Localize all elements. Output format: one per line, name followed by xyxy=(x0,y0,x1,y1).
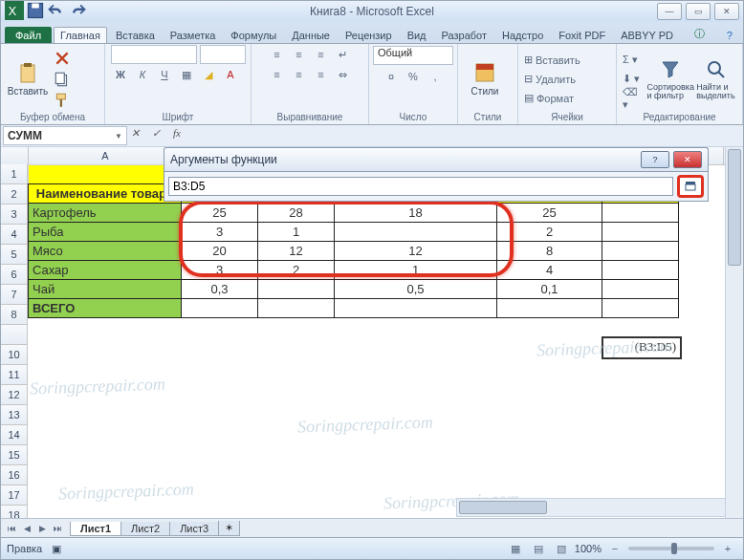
sheet-tab-3[interactable]: Лист3 xyxy=(169,522,219,536)
cell-A4[interactable]: Рыба xyxy=(29,223,182,242)
row-4[interactable]: 4 xyxy=(1,225,28,245)
tab-nav-next-icon[interactable]: ▶ xyxy=(35,522,49,535)
cell-E5[interactable]: 8 xyxy=(497,242,602,261)
cells-delete-button[interactable]: ⊟Удалить xyxy=(524,71,610,88)
tab-formulas[interactable]: Формулы xyxy=(224,27,283,43)
tab-review[interactable]: Рецензир xyxy=(339,27,399,43)
view-layout-icon[interactable]: ▤ xyxy=(529,539,548,558)
close-button[interactable]: ✕ xyxy=(714,3,739,20)
cell-C5[interactable]: 12 xyxy=(258,242,335,261)
align-top-icon[interactable]: ≡ xyxy=(268,45,287,64)
clear-icon[interactable]: ⌫ ▾ xyxy=(623,90,646,107)
redo-icon[interactable] xyxy=(68,3,87,18)
expand-dialog-button[interactable] xyxy=(677,175,704,198)
cell-D5[interactable]: 12 xyxy=(335,242,497,261)
name-box[interactable]: СУММ ▼ xyxy=(3,126,127,145)
row-5[interactable]: 5 xyxy=(1,245,28,265)
underline-button[interactable]: Ч xyxy=(155,65,174,84)
new-sheet-button[interactable]: ✶ xyxy=(218,521,240,536)
cell-F3[interactable] xyxy=(602,204,679,223)
cell-E8[interactable] xyxy=(497,299,602,318)
cell-F7[interactable] xyxy=(602,280,679,299)
row-6[interactable]: 6 xyxy=(1,265,28,285)
fx-icon[interactable]: fx xyxy=(173,127,190,144)
zoom-slider-thumb[interactable] xyxy=(671,543,677,554)
horizontal-scrollbar[interactable] xyxy=(456,498,726,517)
tab-foxit[interactable]: Foxit PDF xyxy=(552,27,612,43)
cell-C6[interactable]: 2 xyxy=(258,261,335,280)
sort-filter-button[interactable]: Сортировка и фильтр xyxy=(649,50,691,109)
enter-formula-icon[interactable]: ✓ xyxy=(152,127,169,144)
cell-B5[interactable]: 20 xyxy=(182,242,258,261)
row-2[interactable]: 2 xyxy=(1,184,28,205)
merge-icon[interactable]: ⇔ xyxy=(334,65,353,84)
undo-icon[interactable] xyxy=(47,3,66,18)
row-3[interactable]: 3 xyxy=(1,205,28,225)
bold-button[interactable]: Ж xyxy=(111,65,130,84)
col-A[interactable]: A xyxy=(29,147,183,164)
cell-F6[interactable] xyxy=(602,261,679,280)
font-size-box[interactable] xyxy=(200,45,246,64)
vscroll-thumb[interactable] xyxy=(728,149,741,266)
cell-A8[interactable]: ВСЕГО xyxy=(29,299,182,318)
autosum-icon[interactable]: Σ ▾ xyxy=(623,52,646,69)
cell-F5[interactable] xyxy=(602,242,679,261)
percent-icon[interactable]: % xyxy=(404,67,423,86)
cells-format-button[interactable]: ▤Формат xyxy=(524,90,610,107)
row-13[interactable]: 13 xyxy=(1,405,28,425)
tab-nav-last-icon[interactable]: ⏭ xyxy=(51,522,64,535)
row-12[interactable]: 12 xyxy=(1,385,28,405)
cell-C7[interactable] xyxy=(258,280,335,299)
cell-D6[interactable]: 1 xyxy=(335,261,497,280)
vertical-scrollbar[interactable] xyxy=(725,147,743,518)
maximize-button[interactable]: ▭ xyxy=(686,3,711,20)
row-15[interactable]: 15 xyxy=(1,445,28,465)
dialog-help-button[interactable]: ? xyxy=(641,151,669,168)
wrap-text-icon[interactable]: ↵ xyxy=(334,45,353,64)
save-icon[interactable] xyxy=(26,3,45,18)
tab-file[interactable]: Файл xyxy=(5,27,52,43)
cell-A1[interactable] xyxy=(29,165,182,184)
cell-B7[interactable]: 0,3 xyxy=(182,280,258,299)
format-painter-icon[interactable] xyxy=(53,91,72,110)
cell-C4[interactable]: 1 xyxy=(258,223,335,242)
cell-A3[interactable]: Картофель xyxy=(29,204,182,223)
ribbon-help-icon[interactable]: ? xyxy=(720,27,739,43)
currency-icon[interactable]: ¤ xyxy=(382,67,401,86)
paste-button[interactable]: Вставить xyxy=(7,50,49,109)
row-7[interactable]: 7 xyxy=(1,285,28,305)
macro-record-icon[interactable]: ▣ xyxy=(52,543,61,555)
cell-D8[interactable] xyxy=(335,299,497,318)
cell-B3[interactable]: 25 xyxy=(182,204,258,223)
cell-C8[interactable] xyxy=(258,299,335,318)
cell-A7[interactable]: Чай xyxy=(29,280,182,299)
tab-addins[interactable]: Надстро xyxy=(495,27,550,43)
cell-F8[interactable] xyxy=(602,299,679,318)
cells-insert-button[interactable]: ⊞Вставить xyxy=(524,52,610,69)
view-normal-icon[interactable]: ▦ xyxy=(506,539,525,558)
italic-button[interactable]: К xyxy=(133,65,152,84)
worksheet-grid[interactable]: Аргументы функции ? ✕ A B C D E F G xyxy=(1,147,743,518)
cell-D3[interactable]: 18 xyxy=(335,204,497,223)
cell-E3[interactable]: 25 xyxy=(497,204,602,223)
tab-data[interactable]: Данные xyxy=(285,27,337,43)
styles-button[interactable]: Стили xyxy=(464,50,506,109)
align-right-icon[interactable]: ≡ xyxy=(312,65,331,84)
fill-color-icon[interactable]: ◢ xyxy=(199,65,218,84)
copy-icon[interactable] xyxy=(53,70,72,89)
cell-E7[interactable]: 0,1 xyxy=(497,280,602,299)
cut-icon[interactable] xyxy=(53,49,72,68)
find-select-button[interactable]: Найти и выделить xyxy=(695,50,736,109)
row-1[interactable]: 1 xyxy=(1,164,28,184)
row-14[interactable]: 14 xyxy=(1,425,28,445)
comma-icon[interactable]: , xyxy=(426,67,445,86)
font-name-box[interactable] xyxy=(111,45,197,64)
tab-nav-prev-icon[interactable]: ◀ xyxy=(20,522,33,535)
row-16[interactable]: 16 xyxy=(1,465,28,485)
row-9[interactable] xyxy=(1,325,28,345)
cell-B4[interactable]: 3 xyxy=(182,223,258,242)
align-middle-icon[interactable]: ≡ xyxy=(290,45,309,64)
align-bottom-icon[interactable]: ≡ xyxy=(312,45,331,64)
tab-developer[interactable]: Разработ xyxy=(435,27,493,43)
align-center-icon[interactable]: ≡ xyxy=(290,65,309,84)
